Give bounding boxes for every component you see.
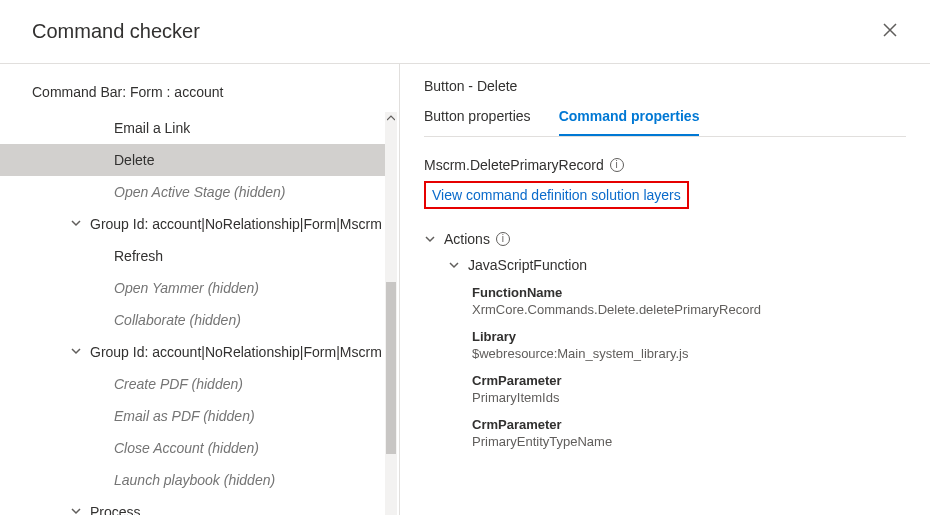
left-panel: Command Bar: Form : account Email a Link… [0, 64, 400, 515]
field-label: CrmParameter [472, 417, 906, 432]
actions-section-header[interactable]: Actions i [424, 231, 906, 247]
field-block: Library$webresource:Main_system_library.… [424, 329, 906, 361]
tree-item-label: Refresh [114, 248, 163, 264]
tree-group[interactable]: Process [0, 496, 385, 515]
scroll-up-icon[interactable] [385, 112, 397, 124]
dialog-body: Command Bar: Form : account Email a Link… [0, 64, 930, 515]
scroll-thumb[interactable] [386, 282, 396, 454]
tree-item-label: Email a Link [114, 120, 190, 136]
tree-command-item[interactable]: Email a Link [0, 112, 385, 144]
button-detail-title: Button - Delete [424, 78, 906, 108]
jsfunction-label: JavaScriptFunction [468, 257, 587, 273]
tree-item-label: Launch playbook (hidden) [114, 472, 275, 488]
tree-group-label: Group Id: account|NoRelationship|Form|Ms… [90, 344, 382, 360]
jsfunction-header[interactable]: JavaScriptFunction [424, 257, 906, 273]
scroll-track[interactable] [385, 124, 397, 515]
chevron-down-icon [70, 216, 84, 232]
field-block: FunctionNameXrmCore.Commands.Delete.dele… [424, 285, 906, 317]
tree-group[interactable]: Group Id: account|NoRelationship|Form|Ms… [0, 208, 385, 240]
field-label: Library [472, 329, 906, 344]
tree-item-label: Email as PDF (hidden) [114, 408, 255, 424]
field-block: CrmParameterPrimaryEntityTypeName [424, 417, 906, 449]
tree-item-label: Open Yammer (hidden) [114, 280, 259, 296]
field-value: $webresource:Main_system_library.js [472, 346, 906, 361]
tree-item-label: Collaborate (hidden) [114, 312, 241, 328]
solution-layers-link-wrap: View command definition solution layers [424, 181, 689, 209]
fields-container: FunctionNameXrmCore.Commands.Delete.dele… [424, 285, 906, 449]
field-block: CrmParameterPrimaryItemIds [424, 373, 906, 405]
tree-command-item[interactable]: Open Active Stage (hidden) [0, 176, 385, 208]
dialog-header: Command checker [0, 0, 930, 64]
field-value: XrmCore.Commands.Delete.deletePrimaryRec… [472, 302, 906, 317]
info-icon[interactable]: i [496, 232, 510, 246]
field-label: CrmParameter [472, 373, 906, 388]
tree-command-item[interactable]: Open Yammer (hidden) [0, 272, 385, 304]
tree-item-label: Open Active Stage (hidden) [114, 184, 285, 200]
field-value: PrimaryEntityTypeName [472, 434, 906, 449]
tree-group-label: Group Id: account|NoRelationship|Form|Ms… [90, 216, 382, 232]
tab-bar: Button properties Command properties [424, 108, 906, 137]
tree-command-item[interactable]: Delete [0, 144, 385, 176]
command-name: Mscrm.DeletePrimaryRecord [424, 157, 604, 173]
chevron-down-icon [448, 259, 462, 271]
view-solution-layers-link[interactable]: View command definition solution layers [432, 187, 681, 203]
command-tree: Email a LinkDeleteOpen Active Stage (hid… [0, 112, 385, 515]
info-icon[interactable]: i [610, 158, 624, 172]
command-properties-panel: Mscrm.DeletePrimaryRecord i View command… [424, 137, 906, 515]
close-icon[interactable] [878, 18, 902, 45]
tree-group[interactable]: Group Id: account|NoRelationship|Form|Ms… [0, 336, 385, 368]
tree-command-item[interactable]: Launch playbook (hidden) [0, 464, 385, 496]
dialog-title: Command checker [32, 20, 200, 43]
field-label: FunctionName [472, 285, 906, 300]
tree-item-label: Close Account (hidden) [114, 440, 259, 456]
tree-command-item[interactable]: Close Account (hidden) [0, 432, 385, 464]
tree-item-label: Create PDF (hidden) [114, 376, 243, 392]
tree-command-item[interactable]: Email as PDF (hidden) [0, 400, 385, 432]
command-bar-title: Command Bar: Form : account [0, 78, 399, 112]
tab-command-properties[interactable]: Command properties [559, 108, 700, 136]
tree-container: Email a LinkDeleteOpen Active Stage (hid… [0, 112, 399, 515]
tab-button-properties[interactable]: Button properties [424, 108, 531, 136]
command-name-row: Mscrm.DeletePrimaryRecord i [424, 157, 906, 173]
tree-command-item[interactable]: Collaborate (hidden) [0, 304, 385, 336]
chevron-down-icon [424, 233, 438, 245]
tree-item-label: Delete [114, 152, 154, 168]
right-panel: Button - Delete Button properties Comman… [400, 64, 930, 515]
field-value: PrimaryItemIds [472, 390, 906, 405]
tree-command-item[interactable]: Refresh [0, 240, 385, 272]
chevron-down-icon [70, 344, 84, 360]
highlight-box: View command definition solution layers [424, 181, 689, 209]
tree-group-label: Process [90, 504, 141, 515]
tree-scrollbar[interactable] [385, 112, 397, 515]
chevron-down-icon [70, 504, 84, 515]
tree-command-item[interactable]: Create PDF (hidden) [0, 368, 385, 400]
actions-label: Actions [444, 231, 490, 247]
